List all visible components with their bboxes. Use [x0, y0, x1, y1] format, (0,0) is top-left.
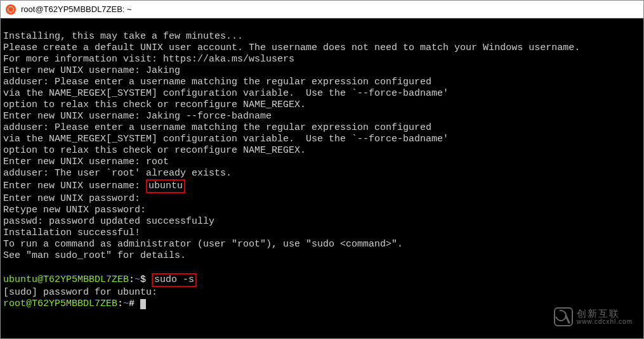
prompt-path: ~ [135, 274, 140, 285]
terminal-line: Enter new UNIX username: Jaking --force-… [3, 111, 272, 122]
terminal-line: Please create a default UNIX user accoun… [3, 42, 580, 53]
prompt-user: ubuntu@T62YP5MBBDL7ZEB [3, 274, 129, 285]
watermark-logo-icon [554, 307, 573, 326]
terminal-line: Installation successful! [3, 227, 140, 238]
cursor [140, 299, 146, 309]
terminal-line: Installing, this may take a few minutes.… [3, 31, 243, 42]
window-title: root@T62YP5MBBDL7ZEB: ~ [21, 4, 132, 14]
prompt-sep: : [117, 298, 123, 309]
terminal-line: adduser: Please enter a username matchin… [3, 122, 431, 133]
prompt-line-ubuntu: ubuntu@T62YP5MBBDL7ZEB:~$ sudo -s [3, 274, 197, 285]
watermark-text: 创新互联 [577, 309, 633, 318]
terminal-line: adduser: The user `root' already exists. [3, 168, 232, 179]
highlight-sudo-cmd: sudo -s [152, 273, 197, 287]
terminal-line: via the NAME_REGEX[_SYSTEM] configuratio… [3, 88, 449, 99]
prompt-user: root@T62YP5MBBDL7ZEB [3, 298, 117, 309]
terminal-line: Retype new UNIX password: [3, 205, 146, 215]
terminal-line: Enter new UNIX username: root [3, 157, 169, 167]
prompt-line-root[interactable]: root@T62YP5MBBDL7ZEB:~# [3, 298, 146, 309]
prompt-dollar: $ [140, 274, 152, 285]
terminal-line: adduser: Please enter a username matchin… [3, 77, 431, 87]
terminal-line: passwd: password updated successfully [3, 216, 214, 227]
terminal-line: For more information visit: https://aka.… [3, 54, 294, 65]
title-bar[interactable]: root@T62YP5MBBDL7ZEB: ~ [1, 1, 643, 18]
terminal-line: option to relax this check or reconfigur… [3, 145, 306, 156]
username-prompt-label: Enter new UNIX username: [3, 181, 146, 191]
terminal-line: To run a command as administrator (user … [3, 239, 403, 250]
watermark: 创新互联 www.cdcxhl.com [554, 307, 633, 326]
prompt-path: ~ [123, 298, 129, 309]
terminal-line: via the NAME_REGEX[_SYSTEM] configuratio… [3, 134, 449, 144]
watermark-text-block: 创新互联 www.cdcxhl.com [577, 309, 633, 325]
terminal-line: Enter new UNIX password: [3, 193, 140, 204]
ubuntu-icon [6, 4, 16, 15]
watermark-url: www.cdcxhl.com [577, 318, 633, 325]
prompt-sep: : [129, 274, 135, 285]
terminal-line: See "man sudo_root" for details. [3, 250, 186, 261]
username-entry-line: Enter new UNIX username: ubuntu [3, 181, 185, 191]
highlight-ubuntu: ubuntu [146, 179, 185, 193]
sudo-password-line: [sudo] password for ubuntu: [3, 287, 157, 298]
terminal-line: Enter new UNIX username: Jaking [3, 65, 180, 76]
terminal-body[interactable]: Installing, this may take a few minutes.… [1, 18, 643, 338]
terminal-window: root@T62YP5MBBDL7ZEB: ~ Installing, this… [0, 0, 644, 339]
prompt-hash: # [129, 298, 140, 309]
terminal-line: option to relax this check or reconfigur… [3, 99, 306, 110]
